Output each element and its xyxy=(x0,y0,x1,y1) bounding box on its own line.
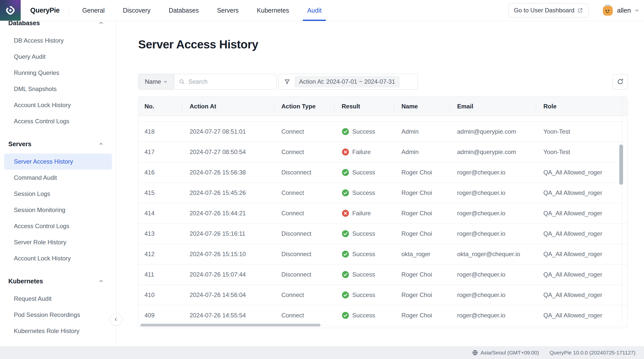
tab-databases[interactable]: Databases xyxy=(164,0,203,21)
sidebar-item-server-access-history[interactable]: Server Access History xyxy=(4,154,112,170)
cell-no: 414 xyxy=(138,210,182,217)
sidebar-collapse-button[interactable] xyxy=(110,313,122,326)
column-header-result: Result xyxy=(334,97,394,116)
table-row[interactable]: 4132024-07-26 15:16:11DisconnectSuccessR… xyxy=(138,224,628,244)
page-title: Server Access History xyxy=(138,38,628,51)
sidebar-item-pod-session-recordings[interactable]: Pod Session Recordings xyxy=(4,307,112,323)
cell-name: Roger Choi xyxy=(394,230,450,237)
sidebar-item-session-logs[interactable]: Session Logs xyxy=(4,186,112,202)
sidebar-item-session-monitoring[interactable]: Session Monitoring xyxy=(4,202,112,218)
search-input[interactable] xyxy=(188,78,276,85)
cell-role: QA_All Allowed_roger xyxy=(536,169,628,176)
result-label: Success xyxy=(352,230,375,237)
date-filter[interactable]: Action At: 2024-07-01 ~ 2024-07-31 xyxy=(279,74,418,89)
sidebar-item-account-lock-history[interactable]: Account Lock History xyxy=(4,250,112,266)
sidebar-section-header-servers[interactable]: Servers xyxy=(0,138,116,149)
cell-email: roger@chequer.io xyxy=(450,312,536,319)
topbar-right: Go to User Dashboard allen xyxy=(508,3,644,17)
result-label: Success xyxy=(352,189,375,196)
sidebar: DatabasesDB Access HistoryQuery AuditRun… xyxy=(0,21,116,346)
cell-email: roger@chequer.io xyxy=(450,189,536,196)
cell-action-at: 2024-07-26 15:44:21 xyxy=(182,210,274,217)
user-menu[interactable]: allen xyxy=(602,5,640,16)
result-label: Success xyxy=(352,271,375,278)
username: allen xyxy=(617,7,631,14)
sidebar-item-db-access-history[interactable]: DB Access History xyxy=(4,33,112,49)
tab-audit[interactable]: Audit xyxy=(303,0,326,21)
sidebar-item-request-audit[interactable]: Request Audit xyxy=(4,291,112,307)
table-row[interactable]: 4172024-07-27 08:50:54ConnectFailureAdmi… xyxy=(138,142,628,162)
avatar xyxy=(602,5,614,16)
nav-divider xyxy=(69,7,69,14)
cell-action-at: 2024-07-26 14:56:04 xyxy=(182,291,274,298)
sidebar-item-access-control-logs[interactable]: Access Control Logs xyxy=(4,218,112,234)
horizontal-scrollbar-thumb[interactable] xyxy=(140,324,320,326)
date-filter-chip[interactable]: Action At: 2024-07-01 ~ 2024-07-31 xyxy=(295,76,400,87)
table-row[interactable]: 4182024-07-27 08:51:01ConnectSuccessAdmi… xyxy=(138,122,628,142)
table-row[interactable]: 4152024-07-26 15:45:26ConnectSuccessRoge… xyxy=(138,183,628,203)
tab-servers[interactable]: Servers xyxy=(213,0,243,21)
column-header-no: No. xyxy=(138,97,182,116)
result-label: Success xyxy=(352,169,375,176)
filter-row: Name Action At: 2024-07-01 ~ 2024-07-31 xyxy=(138,74,628,89)
sidebar-item-kubernetes-role-history[interactable]: Kubernetes Role History xyxy=(4,323,112,339)
cell-action-type: Disconnect xyxy=(274,271,334,278)
tab-kubernetes[interactable]: Kubernetes xyxy=(253,0,294,21)
sidebar-item-server-role-history[interactable]: Server Role History xyxy=(4,234,112,250)
refresh-button[interactable] xyxy=(612,74,628,89)
search-field-selector[interactable]: Name xyxy=(138,74,174,89)
table-row[interactable]: 4102024-07-26 14:56:04ConnectSuccessRoge… xyxy=(138,285,628,305)
cell-name: Admin xyxy=(394,128,450,135)
tab-discovery[interactable]: Discovery xyxy=(119,0,155,21)
go-to-user-dashboard-button[interactable]: Go to User Dashboard xyxy=(508,3,589,17)
result-badge: Failure xyxy=(342,210,371,217)
timezone-selector[interactable]: Asia/Seoul (GMT+09:00) xyxy=(472,350,539,356)
search-box xyxy=(174,74,276,89)
partial-row xyxy=(138,116,628,122)
cell-role: Yoon-Test xyxy=(536,128,628,135)
cell-name: okta_roger xyxy=(394,251,450,258)
cell-no: 410 xyxy=(138,291,182,298)
search-group: Name xyxy=(138,74,276,89)
table-row[interactable]: 4142024-07-26 15:44:21ConnectFailureRoge… xyxy=(138,203,628,224)
cell-no: 412 xyxy=(138,251,182,258)
sidebar-item-command-audit[interactable]: Command Audit xyxy=(4,170,112,186)
dashboard-button-label: Go to User Dashboard xyxy=(514,7,574,14)
cell-role: QA_All Allowed_roger xyxy=(536,271,628,278)
cell-role: QA_All Allowed_roger xyxy=(536,291,628,298)
sidebar-item-running-queries[interactable]: Running Queries xyxy=(4,65,112,81)
cell-name: Roger Choi xyxy=(394,312,450,319)
tab-general[interactable]: General xyxy=(78,0,109,21)
result-badge: Success xyxy=(342,291,375,299)
cell-action-at: 2024-07-26 14:55:54 xyxy=(182,312,274,319)
cell-name: Roger Choi xyxy=(394,169,450,176)
sidebar-item-query-audit[interactable]: Query Audit xyxy=(4,49,112,65)
table-row[interactable]: 4162024-07-26 15:56:38DisconnectSuccessR… xyxy=(138,162,628,183)
table-header: No.Action AtAction TypeResultNameEmailRo… xyxy=(138,97,628,116)
access-history-table: No.Action AtAction TypeResultNameEmailRo… xyxy=(138,97,628,328)
result-badge: Success xyxy=(342,312,375,319)
cell-result: Success xyxy=(334,230,394,237)
section-title: Databases xyxy=(8,21,40,27)
sidebar-item-access-control-logs[interactable]: Access Control Logs xyxy=(4,113,112,129)
cell-email: roger@chequer.io xyxy=(450,210,536,217)
sidebar-section-header-databases[interactable]: Databases xyxy=(0,21,116,28)
result-label: Success xyxy=(352,128,375,135)
sidebar-item-account-lock-history[interactable]: Account Lock History xyxy=(4,97,112,113)
horizontal-scrollbar[interactable] xyxy=(138,322,622,328)
sidebar-item-dml-snapshots[interactable]: DML Snapshots xyxy=(4,81,112,97)
querypie-logo[interactable] xyxy=(0,0,21,21)
cell-name: Admin xyxy=(394,148,450,156)
column-header-action-type: Action Type xyxy=(274,97,334,116)
sidebar-section-databases: DatabasesDB Access HistoryQuery AuditRun… xyxy=(0,21,116,129)
sidebar-section-header-kubernetes[interactable]: Kubernetes xyxy=(0,276,116,287)
table-row[interactable]: 4112024-07-26 15:07:44DisconnectSuccessR… xyxy=(138,264,628,285)
cell-action-type: Connect xyxy=(274,312,334,319)
table-row[interactable]: 4122024-07-26 15:15:10DisconnectSuccesso… xyxy=(138,244,628,264)
cell-name: Roger Choi xyxy=(394,210,450,217)
vertical-scrollbar[interactable] xyxy=(619,144,623,185)
cell-no: 418 xyxy=(138,128,182,135)
cell-action-type: Disconnect xyxy=(274,169,334,176)
success-icon xyxy=(342,230,349,237)
cell-result: Failure xyxy=(334,148,394,156)
